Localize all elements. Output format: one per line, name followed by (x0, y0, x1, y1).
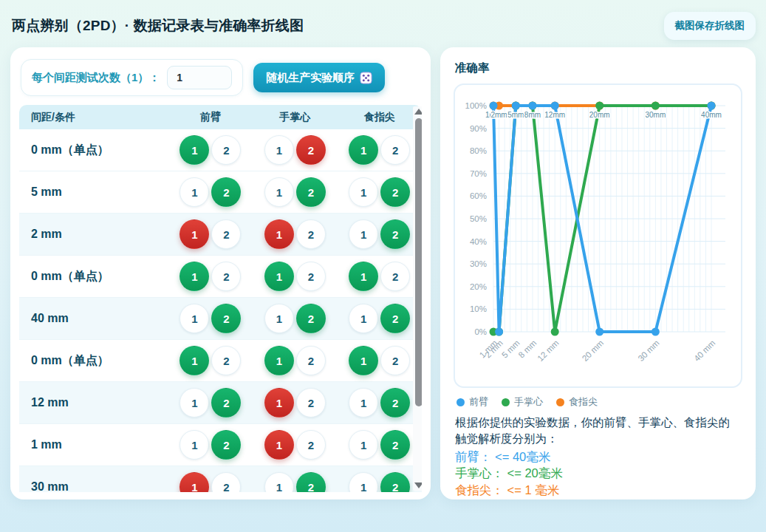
response-choice-button[interactable]: 2 (380, 304, 410, 333)
response-choice-button[interactable]: 2 (296, 219, 326, 249)
response-choice-button[interactable]: 2 (296, 430, 326, 460)
row-distance-label: 30 mm (19, 480, 168, 492)
response-cell: 12 (253, 177, 337, 207)
response-choice-button[interactable]: 2 (380, 472, 410, 492)
response-choice-button[interactable]: 1 (179, 430, 209, 460)
resolution-result-line: 前臂： <= 40毫米 (455, 449, 742, 465)
scrollbar-up-arrow-icon[interactable] (414, 109, 422, 115)
response-choice-button[interactable]: 2 (211, 472, 241, 492)
response-choice-button[interactable]: 1 (264, 430, 294, 460)
response-choice-button[interactable]: 1 (264, 472, 294, 492)
response-choice-button[interactable]: 2 (296, 388, 326, 417)
response-choice-button[interactable]: 2 (380, 346, 410, 375)
response-choice-button[interactable]: 1 (264, 262, 294, 291)
table-row: 1 mm121212 (19, 424, 422, 466)
response-choice-button[interactable]: 2 (211, 430, 241, 460)
response-choice-button[interactable]: 2 (380, 388, 410, 417)
response-choice-button[interactable]: 2 (380, 135, 410, 165)
svg-text:30mm: 30mm (645, 111, 666, 119)
response-choice-button[interactable]: 1 (179, 135, 209, 165)
response-choice-button[interactable]: 2 (380, 177, 410, 207)
response-cell: 12 (253, 219, 337, 249)
response-choice-button[interactable]: 1 (349, 304, 378, 333)
svg-text:8 mm: 8 mm (517, 338, 538, 360)
response-choice-button[interactable]: 1 (264, 177, 294, 207)
row-distance-label: 2 mm (19, 228, 168, 241)
response-cell: 12 (338, 346, 422, 375)
response-choice-button[interactable]: 1 (349, 346, 378, 375)
response-choice-button[interactable]: 2 (296, 346, 326, 375)
response-choice-button[interactable]: 1 (179, 472, 209, 492)
response-choice-button[interactable]: 1 (264, 135, 294, 165)
legend-dot-icon (456, 398, 465, 406)
response-choice-button[interactable]: 2 (211, 262, 241, 291)
response-choice-button[interactable]: 1 (349, 219, 378, 249)
legend-dot-icon (502, 398, 510, 406)
resolution-results: 前臂： <= 40毫米手掌心： <= 20毫米食指尖： <= 1 毫米 (454, 449, 742, 498)
response-choice-button[interactable]: 1 (349, 262, 378, 291)
response-cell: 12 (168, 177, 253, 207)
response-choice-button[interactable]: 1 (264, 346, 294, 375)
legend-label: 手掌心 (514, 395, 543, 409)
response-choice-button[interactable]: 1 (264, 219, 294, 249)
response-choice-button[interactable]: 2 (211, 219, 241, 249)
response-choice-button[interactable]: 2 (296, 135, 326, 165)
response-choice-button[interactable]: 1 (264, 388, 294, 417)
response-choice-button[interactable]: 2 (380, 262, 410, 291)
response-choice-button[interactable]: 1 (264, 304, 294, 333)
response-choice-button[interactable]: 2 (296, 177, 326, 207)
chart-canvas: 0%10%20%30%40%50%60%70%80%90%100%1mm2mm5… (456, 88, 739, 383)
legend-item[interactable]: 食指尖 (556, 395, 598, 409)
save-chart-button[interactable]: 截图保存折线图 (664, 12, 756, 40)
legend-dot-icon (556, 398, 564, 406)
response-choice-button[interactable]: 1 (349, 177, 378, 207)
response-cell: 12 (168, 262, 253, 291)
accuracy-line-chart: 0%10%20%30%40%50%60%70%80%90%100%1mm2mm5… (454, 83, 742, 388)
svg-text:100%: 100% (465, 101, 487, 110)
response-choice-button[interactable]: 2 (211, 177, 241, 207)
response-choice-button[interactable]: 2 (211, 304, 241, 333)
response-cell: 12 (168, 219, 253, 249)
response-choice-button[interactable]: 1 (179, 304, 209, 333)
response-choice-button[interactable]: 2 (380, 430, 410, 460)
response-cell: 12 (338, 135, 422, 165)
legend-item[interactable]: 手掌心 (502, 395, 543, 409)
column-header-site: 手掌心 (253, 111, 337, 124)
scrollbar-down-arrow-icon[interactable] (414, 482, 422, 488)
row-distance-label: 0 mm（单点） (19, 143, 168, 158)
legend-item[interactable]: 前臂 (456, 395, 488, 409)
response-choice-button[interactable]: 1 (179, 177, 209, 207)
response-choice-button[interactable]: 2 (296, 472, 326, 492)
response-cell: 12 (338, 388, 422, 417)
response-choice-button[interactable]: 1 (179, 388, 209, 417)
randomize-button-label: 随机生产实验顺序 (266, 71, 355, 85)
trials-count-input[interactable] (167, 66, 232, 89)
response-choice-button[interactable]: 2 (296, 262, 326, 291)
randomize-order-button[interactable]: 随机生产实验顺序 (253, 63, 385, 92)
response-choice-button[interactable]: 2 (211, 135, 241, 165)
response-choice-button[interactable]: 1 (349, 430, 378, 460)
response-cell: 12 (338, 219, 422, 249)
scrollbar-thumb[interactable] (415, 118, 422, 406)
row-distance-label: 12 mm (19, 396, 168, 409)
svg-text:50%: 50% (470, 214, 487, 223)
response-choice-button[interactable]: 1 (179, 219, 209, 249)
response-choice-button[interactable]: 1 (349, 135, 378, 165)
response-choice-button[interactable]: 1 (179, 262, 209, 291)
response-choice-button[interactable]: 1 (349, 388, 378, 417)
svg-text:40 mm: 40 mm (692, 338, 717, 363)
response-choice-button[interactable]: 2 (296, 304, 326, 333)
trials-label: 每个间距测试次数（1）： (32, 71, 160, 85)
response-choice-button[interactable]: 2 (211, 388, 241, 417)
row-distance-label: 5 mm (19, 185, 168, 199)
response-cell: 12 (168, 304, 253, 333)
response-choice-button[interactable]: 2 (211, 346, 241, 375)
response-choice-button[interactable]: 2 (380, 219, 410, 249)
legend-label: 食指尖 (569, 395, 598, 409)
response-choice-button[interactable]: 1 (349, 472, 378, 492)
response-cell: 12 (253, 262, 337, 291)
response-cell: 12 (253, 346, 337, 375)
table-scrollbar[interactable] (413, 106, 422, 491)
trials-control-box: 每个间距测试次数（1）： (21, 59, 243, 96)
response-choice-button[interactable]: 1 (179, 346, 209, 375)
